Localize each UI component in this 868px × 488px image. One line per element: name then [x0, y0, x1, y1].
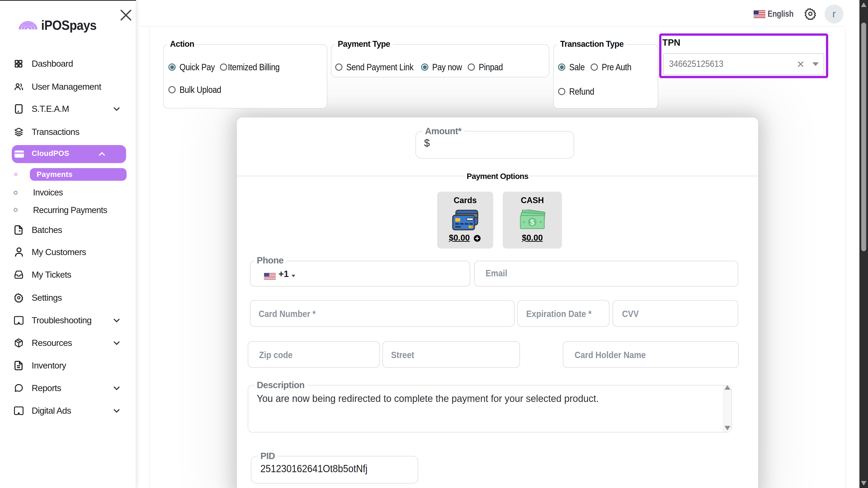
svg-text:$: $ [530, 218, 535, 226]
